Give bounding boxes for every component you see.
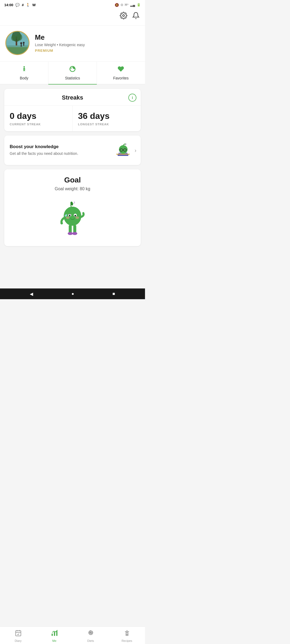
recents-button[interactable]: ■	[113, 291, 115, 296]
longest-streak: 36 days LONGEST STREAK	[73, 106, 141, 131]
tab-statistics[interactable]: Statistics	[48, 62, 97, 85]
main-content: Streaks i 0 days CURRENT STREAK 36 days …	[0, 85, 145, 273]
chevron-right-icon: ›	[135, 147, 136, 153]
svg-point-12	[23, 66, 25, 68]
current-streak-label: CURRENT STREAK	[10, 123, 67, 126]
tab-navigation: Body Statistics Favorites	[0, 62, 145, 85]
boost-illustration: ♪	[114, 141, 132, 160]
streaks-stats: 0 days CURRENT STREAK 36 days LONGEST ST…	[4, 106, 141, 131]
settings-icon[interactable]	[120, 12, 127, 21]
streaks-header: Streaks i	[4, 89, 141, 106]
avatar	[5, 31, 30, 55]
tab-favorites[interactable]: Favorites	[97, 62, 145, 84]
svg-point-17	[72, 68, 74, 70]
boost-title: Boost your knowledge	[10, 144, 114, 149]
svg-point-34	[75, 215, 76, 217]
svg-point-7	[16, 34, 22, 41]
slack-icon: #	[22, 3, 24, 7]
current-streak: 0 days CURRENT STREAK	[4, 106, 73, 131]
status-bar: 14:00 💬 # 🚶 W 🔕 ⊙ H⁺ ▂▄ 🔋	[0, 0, 145, 10]
svg-point-35	[66, 216, 70, 219]
svg-line-25	[119, 149, 120, 150]
svg-point-33	[69, 215, 71, 217]
person-icon: 🚶	[26, 3, 30, 7]
svg-point-40	[68, 232, 73, 235]
streaks-title: Streaks	[62, 94, 83, 101]
svg-rect-11	[23, 43, 24, 46]
svg-point-37	[60, 222, 63, 224]
boost-subtitle: Get all the facts you need about nutriti…	[10, 151, 114, 156]
premium-badge: PREMIUM	[35, 49, 140, 53]
svg-point-8	[20, 42, 22, 44]
svg-line-26	[126, 149, 127, 150]
streaks-card: Streaks i 0 days CURRENT STREAK 36 days …	[4, 89, 141, 131]
svg-point-10	[23, 42, 25, 44]
signal-icon: ▂▄	[130, 3, 135, 7]
notification-bell-icon[interactable]	[132, 12, 140, 21]
body-icon	[21, 65, 28, 74]
status-time: 14:00	[4, 3, 13, 7]
longest-streak-label: LONGEST STREAK	[78, 123, 136, 126]
svg-point-6	[11, 35, 16, 41]
svg-text:♪: ♪	[73, 200, 75, 204]
tab-body[interactable]: Body	[0, 62, 48, 84]
tab-favorites-label: Favorites	[113, 76, 129, 80]
mute-icon: 🔕	[115, 3, 119, 7]
svg-rect-3	[6, 45, 29, 47]
longest-streak-value: 36 days	[78, 111, 136, 121]
goal-title: Goal	[64, 176, 81, 184]
goal-mascot: ♪	[54, 197, 91, 240]
boost-content: Boost your knowledge Get all the facts y…	[10, 144, 114, 156]
svg-rect-9	[21, 44, 22, 47]
network-icon: H⁺	[125, 3, 129, 7]
header	[0, 10, 145, 25]
favorites-icon	[117, 65, 124, 74]
tab-body-label: Body	[20, 76, 28, 80]
boost-right: ♪ ›	[114, 141, 136, 160]
boost-card[interactable]: Boost your knowledge Get all the facts y…	[4, 136, 141, 165]
battery-icon: 🔋	[137, 3, 141, 7]
svg-point-41	[72, 232, 77, 235]
streaks-info-button[interactable]: i	[128, 94, 136, 102]
w-icon: W	[32, 3, 35, 7]
goal-subtitle: Goal weight: 80 kg	[55, 186, 90, 191]
svg-point-36	[75, 216, 79, 219]
home-button[interactable]: ●	[71, 291, 74, 296]
whatsapp-icon: 💬	[15, 3, 20, 7]
svg-point-0	[123, 15, 125, 17]
current-streak-value: 0 days	[10, 111, 67, 121]
tab-statistics-label: Statistics	[65, 76, 80, 80]
profile-section: Me Lose Weight • Ketogenic easy PREMIUM	[0, 25, 145, 62]
goal-card: Goal Goal weight: 80 kg ♪	[4, 169, 141, 246]
profile-info: Me Lose Weight • Ketogenic easy PREMIUM	[35, 33, 140, 53]
profile-name: Me	[35, 33, 140, 42]
svg-rect-27	[116, 154, 130, 155]
back-button[interactable]: ◀	[30, 291, 33, 297]
statistics-icon	[69, 65, 76, 74]
location-icon: ⊙	[121, 3, 123, 7]
profile-subtitle: Lose Weight • Ketogenic easy	[35, 43, 140, 47]
android-navigation: ◀ ● ■	[0, 288, 145, 299]
svg-text:♪: ♪	[125, 142, 127, 146]
